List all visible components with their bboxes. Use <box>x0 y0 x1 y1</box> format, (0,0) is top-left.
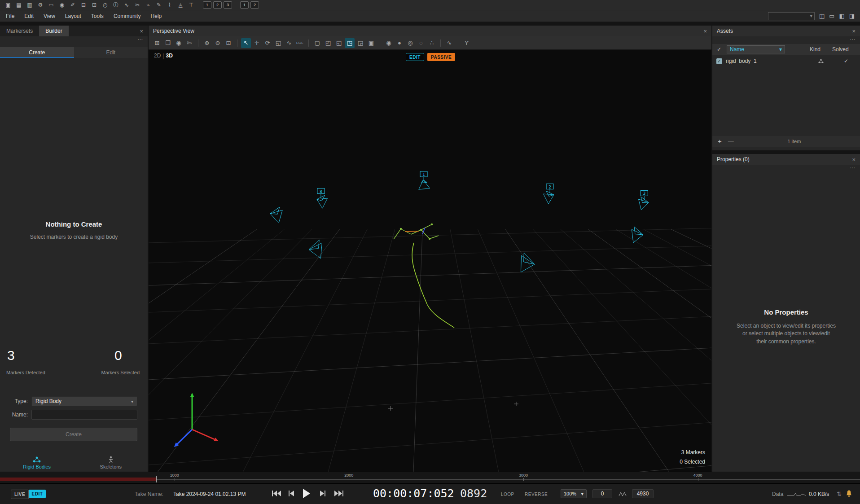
camera-badge[interactable]: 1 <box>203 1 211 9</box>
loop-toggle[interactable]: LOOP <box>501 492 514 497</box>
marker-options-icon[interactable]: ∴ <box>427 38 437 48</box>
play-button[interactable] <box>302 488 311 499</box>
layout-badge[interactable]: 2 <box>250 1 259 9</box>
broadcast-icon[interactable]: ◬ <box>177 0 184 10</box>
menu-item[interactable]: Layout <box>60 10 86 22</box>
marker-dot-icon[interactable]: ● <box>395 38 404 48</box>
zoom-out-icon[interactable]: ⊖ <box>213 38 223 48</box>
antenna-icon[interactable]: ⊤ <box>188 0 195 10</box>
menu-item[interactable]: Edit <box>19 10 39 22</box>
close-icon[interactable]: × <box>140 28 143 34</box>
lcl-toggle[interactable]: LCL <box>295 38 305 48</box>
capture-icon[interactable]: ◉ <box>174 38 184 48</box>
layers-icon[interactable]: ⊟ <box>80 0 87 10</box>
timeline-scrubber[interactable]: 1000200030004000 <box>0 472 860 484</box>
select-tool-icon[interactable]: ↖ <box>241 38 251 48</box>
clock-icon[interactable]: ◴ <box>101 0 109 10</box>
asset-enabled-checkbox[interactable]: ✓ <box>716 58 722 64</box>
menu-item[interactable]: Community <box>109 10 146 22</box>
3d-viewport[interactable]: 1823 <box>149 50 711 472</box>
scissors-icon[interactable]: ✂ <box>134 0 141 10</box>
quick-select-combobox[interactable]: ▾ <box>768 12 815 20</box>
tab-markersets[interactable]: Markersets <box>0 26 39 36</box>
calibration-wand-icon[interactable]: ✐ <box>69 0 76 10</box>
view-grid-icon[interactable]: ⊞ <box>152 38 162 48</box>
camera-badge[interactable]: 2 <box>213 1 222 9</box>
range-start-field[interactable]: 0 <box>592 489 612 498</box>
panel-menu-icon[interactable]: ⋯ <box>712 165 860 172</box>
clip-icon[interactable]: ✄ <box>184 38 194 48</box>
camera-record-icon[interactable]: ◉ <box>58 0 66 10</box>
select-mode-icon[interactable]: ◲ <box>355 38 365 48</box>
panel-menu-icon[interactable]: ⋯ <box>0 36 148 44</box>
select-filter-icon[interactable]: ▣ <box>366 38 376 48</box>
edit-mode-badge[interactable]: EDIT <box>406 53 424 61</box>
select-add-icon[interactable]: ◱ <box>334 38 344 48</box>
skip-to-start-button[interactable] <box>272 490 281 497</box>
graph-icon[interactable]: ∿ <box>123 0 130 10</box>
menu-item[interactable]: File <box>1 10 19 22</box>
asset-row[interactable]: ✓ rigid_body_1 ✓ <box>712 55 860 67</box>
settings-gear-icon[interactable]: ⚙ <box>37 0 44 10</box>
pen-icon[interactable]: ✎ <box>155 0 162 10</box>
close-icon[interactable]: × <box>703 28 707 34</box>
zoom-in-icon[interactable]: ⊕ <box>202 38 212 48</box>
panel-menu-icon[interactable]: ⋯ <box>712 36 860 44</box>
playback-speed-dropdown[interactable]: 100% ▾ <box>561 489 587 498</box>
layout-right-icon[interactable]: ◨ <box>849 13 855 19</box>
select-markers-icon[interactable]: ▢ <box>312 38 322 48</box>
translate-tool-icon[interactable]: ✛ <box>252 38 262 48</box>
skip-to-end-button[interactable] <box>334 490 344 497</box>
folder-open-icon[interactable]: ▤ <box>15 0 22 10</box>
display-icon[interactable]: ▭ <box>48 0 55 10</box>
marker-ring-icon[interactable]: ◎ <box>405 38 415 48</box>
name-input[interactable] <box>31 410 137 420</box>
subtab-create[interactable]: Create <box>0 47 74 58</box>
menu-item[interactable]: Tools <box>86 10 109 22</box>
create-button[interactable]: Create <box>10 428 137 441</box>
step-forward-button[interactable] <box>320 490 326 497</box>
throughput-icon[interactable]: ⇅ <box>837 491 842 497</box>
subtab-edit[interactable]: Edit <box>74 47 148 58</box>
monitor-icon[interactable]: ▭ <box>829 13 834 19</box>
tab-skeletons[interactable]: Skeletons <box>74 453 148 472</box>
select-rigid-icon[interactable]: ◰ <box>323 38 333 48</box>
edit-mode-button[interactable]: EDIT <box>29 490 46 498</box>
rotate-tool-icon[interactable]: ⟳ <box>263 38 272 48</box>
capture-panel-icon[interactable]: ⊡ <box>91 0 98 10</box>
layout-badge[interactable]: 1 <box>240 1 249 9</box>
tab-rigid-bodies[interactable]: Rigid Bodies <box>0 453 74 472</box>
layout-save-icon[interactable]: ▣ <box>4 0 12 10</box>
marker-ghost-icon[interactable]: ◌ <box>416 38 426 48</box>
live-mode-button[interactable]: LIVE <box>11 490 29 499</box>
notifications-bell-icon[interactable] <box>846 490 852 499</box>
type-dropdown[interactable]: Rigid Body ▾ <box>31 396 137 406</box>
menu-item[interactable]: Help <box>146 10 167 22</box>
mode-2d-toggle[interactable]: 2D <box>154 53 161 59</box>
trajectory-icon[interactable]: ∿ <box>444 38 454 48</box>
link-icon[interactable]: ⌁ <box>145 0 152 10</box>
graph-tool-icon[interactable]: ∿ <box>284 38 294 48</box>
scene-cube-icon[interactable]: ❒ <box>163 38 173 48</box>
remove-asset-button[interactable]: — <box>728 138 734 145</box>
sort-by-name-dropdown[interactable]: Name ▾ <box>727 45 785 53</box>
mode-3d-toggle[interactable]: 3D <box>166 53 172 59</box>
scale-tool-icon[interactable]: ◱ <box>273 38 283 48</box>
skeleton-view-icon[interactable]: ϒ <box>462 38 472 48</box>
signal-icon[interactable]: ⌇ <box>166 0 173 10</box>
step-back-button[interactable] <box>288 490 294 497</box>
visibility-eye-icon[interactable]: ◉ <box>384 38 394 48</box>
reverse-toggle[interactable]: REVERSE <box>525 492 548 497</box>
close-icon[interactable]: × <box>852 157 856 162</box>
tab-builder[interactable]: Builder <box>39 26 68 36</box>
export-icon[interactable]: ▥ <box>26 0 33 10</box>
layout-left-icon[interactable]: ◧ <box>839 13 844 19</box>
timeline-playhead[interactable] <box>156 476 157 482</box>
passive-mode-badge[interactable]: PASSIVE <box>427 53 455 61</box>
menu-item[interactable]: View <box>39 10 60 22</box>
add-asset-button[interactable]: + <box>718 137 722 145</box>
camera-badge[interactable]: 3 <box>224 1 232 9</box>
info-icon[interactable]: ⓘ <box>112 0 119 10</box>
close-icon[interactable]: × <box>852 28 856 34</box>
panel-split-icon[interactable]: ◫ <box>819 13 825 19</box>
